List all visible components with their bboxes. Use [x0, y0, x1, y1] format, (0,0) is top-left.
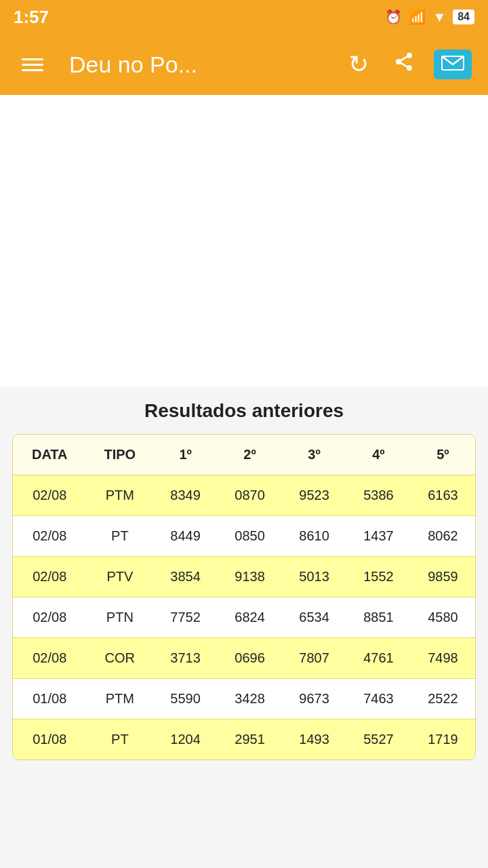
table-cell: 0850 [218, 516, 282, 557]
table-cell: 01/08 [13, 719, 87, 760]
table-cell: PT [87, 516, 154, 557]
table-cell: 2522 [411, 679, 475, 719]
svg-point-0 [407, 53, 412, 58]
table-cell: 9859 [411, 557, 475, 597]
col-3: 3º [282, 435, 346, 475]
table-cell: 02/08 [13, 557, 87, 597]
table-cell: 7498 [411, 638, 475, 679]
table-body: 02/08PTM8349087095235386616302/08PT84490… [13, 475, 475, 760]
col-4: 4º [346, 435, 411, 475]
table-cell: 1437 [346, 516, 411, 557]
svg-point-2 [407, 65, 412, 71]
svg-line-4 [401, 57, 407, 60]
results-table-container: DATA TIPO 1º 2º 3º 4º 5º 02/08PTM8349087… [12, 434, 476, 760]
table-cell: 8851 [346, 597, 411, 638]
status-icons: ⏰ 📶 ▼ 84 [385, 9, 474, 25]
table-header: DATA TIPO 1º 2º 3º 4º 5º [13, 435, 475, 475]
col-2: 2º [218, 435, 282, 475]
table-cell: 8062 [411, 516, 475, 557]
header-row: DATA TIPO 1º 2º 3º 4º 5º [13, 435, 475, 475]
table-cell: PT [87, 719, 154, 760]
table-cell: 02/08 [13, 597, 87, 638]
table-row: 01/08PTM55903428967374632522 [13, 679, 475, 719]
svg-line-3 [401, 63, 407, 66]
table-cell: 7752 [153, 597, 218, 638]
table-cell: 1719 [411, 719, 475, 760]
table-cell: 5527 [346, 719, 411, 760]
table-row: 02/08PTN77526824653488514580 [13, 597, 475, 638]
menu-line-1 [22, 58, 43, 60]
table-cell: 9523 [282, 475, 346, 516]
table-cell: 4761 [346, 638, 411, 679]
alarm-icon: ⏰ [385, 9, 402, 25]
table-cell: 5386 [346, 475, 411, 516]
app-bar: Deu no Po... ↻ [0, 34, 488, 95]
mail-button[interactable] [434, 50, 472, 79]
table-cell: 3854 [153, 557, 218, 597]
table-cell: PTV [87, 557, 154, 597]
table-row: 02/08PTM83490870952353866163 [13, 475, 475, 516]
table-cell: 9673 [282, 679, 346, 719]
table-cell: 7463 [346, 679, 411, 719]
menu-button[interactable] [16, 53, 49, 77]
table-cell: 6824 [218, 597, 282, 638]
menu-line-2 [22, 64, 43, 66]
menu-line-3 [22, 69, 43, 71]
status-bar: 1:57 ⏰ 📶 ▼ 84 [0, 0, 488, 34]
table-row: 02/08PTV38549138501315529859 [13, 557, 475, 597]
table-cell: 5013 [282, 557, 346, 597]
table-cell: PTM [87, 679, 154, 719]
table-row: 02/08PT84490850861014378062 [13, 516, 475, 557]
table-row: 01/08PT12042951149355271719 [13, 719, 475, 760]
refresh-button[interactable]: ↻ [343, 45, 374, 84]
table-cell: 5590 [153, 679, 218, 719]
section-title: Resultados anteriores [12, 400, 476, 422]
table-cell: 7807 [282, 638, 346, 679]
results-table: DATA TIPO 1º 2º 3º 4º 5º 02/08PTM8349087… [13, 435, 475, 760]
table-cell: COR [87, 638, 154, 679]
table-cell: PTN [87, 597, 154, 638]
wifi-icon: ▼ [432, 9, 446, 25]
table-cell: 6534 [282, 597, 346, 638]
col-tipo: TIPO [87, 435, 154, 475]
table-cell: 6163 [411, 475, 475, 516]
table-row: 02/08COR37130696780747617498 [13, 638, 475, 679]
table-cell: 1493 [282, 719, 346, 760]
table-cell: 8449 [153, 516, 218, 557]
table-cell: 2951 [218, 719, 282, 760]
table-cell: 02/08 [13, 475, 87, 516]
table-cell: 8349 [153, 475, 218, 516]
col-data: DATA [13, 435, 87, 475]
table-cell: 1204 [153, 719, 218, 760]
table-cell: 0870 [218, 475, 282, 516]
main-content: Resultados anteriores DATA TIPO 1º 2º 3º… [0, 387, 488, 781]
table-cell: 02/08 [13, 638, 87, 679]
table-cell: 1552 [346, 557, 411, 597]
table-cell: 4580 [411, 597, 475, 638]
table-cell: PTM [87, 475, 154, 516]
table-cell: 9138 [218, 557, 282, 597]
signal-icon: 📶 [409, 9, 426, 25]
battery-level: 84 [453, 9, 474, 24]
app-title: Deu no Po... [69, 52, 329, 78]
table-cell: 8610 [282, 516, 346, 557]
table-cell: 3713 [153, 638, 218, 679]
table-cell: 3428 [218, 679, 282, 719]
table-cell: 0696 [218, 638, 282, 679]
table-cell: 02/08 [13, 516, 87, 557]
col-5: 5º [411, 435, 475, 475]
share-button[interactable] [388, 45, 420, 83]
status-time: 1:57 [14, 7, 49, 28]
table-cell: 01/08 [13, 679, 87, 719]
col-1: 1º [153, 435, 218, 475]
svg-point-1 [396, 59, 401, 64]
ad-area [0, 95, 488, 387]
